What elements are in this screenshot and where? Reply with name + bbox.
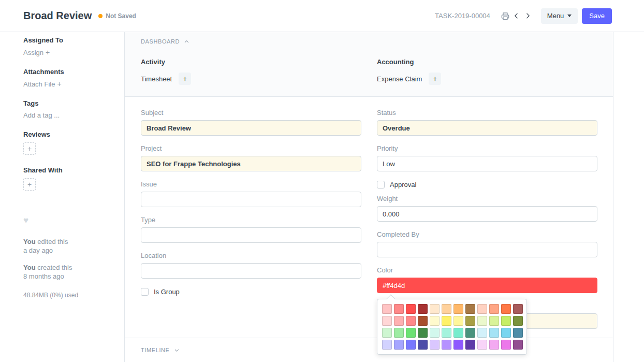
color-swatch[interactable]	[465, 316, 475, 326]
color-swatch[interactable]	[501, 304, 511, 314]
color-swatch[interactable]	[430, 340, 440, 350]
edited-action: edited this	[37, 238, 68, 245]
reviews-heading: Reviews	[23, 131, 115, 138]
color-swatch[interactable]	[465, 304, 475, 314]
color-swatch[interactable]	[394, 328, 404, 338]
color-swatch[interactable]	[489, 304, 499, 314]
document-id: TASK-2019-00004	[435, 12, 490, 20]
color-swatch[interactable]	[501, 316, 511, 326]
color-swatch[interactable]	[489, 340, 499, 350]
add-timesheet-button[interactable]: +	[179, 73, 191, 85]
form-card: DASHBOARD Activity Timesheet + Accou	[125, 32, 613, 362]
type-input[interactable]	[141, 227, 361, 243]
color-swatch[interactable]	[513, 328, 523, 338]
main-area: DASHBOARD Activity Timesheet + Accou	[125, 32, 644, 362]
color-swatch[interactable]	[394, 304, 404, 314]
sidebar: Assigned To Assign+ Attachments Attach F…	[0, 32, 125, 362]
color-swatch[interactable]	[382, 304, 392, 314]
color-swatch[interactable]	[406, 328, 416, 338]
created-action: created this	[37, 264, 72, 271]
color-swatch[interactable]	[430, 316, 440, 326]
attach-file-button[interactable]: Attach File+	[23, 80, 115, 88]
color-swatch[interactable]	[418, 304, 428, 314]
weight-input[interactable]	[377, 206, 597, 222]
color-swatch[interactable]	[382, 340, 392, 350]
caret-down-icon	[567, 15, 572, 17]
color-swatch[interactable]	[430, 304, 440, 314]
color-swatch[interactable]	[394, 340, 404, 350]
color-swatch[interactable]	[465, 340, 475, 350]
color-swatch[interactable]	[406, 340, 416, 350]
location-field: Location	[141, 252, 361, 279]
color-swatch[interactable]	[382, 328, 392, 338]
color-swatch[interactable]	[418, 328, 428, 338]
add-expense-claim-button[interactable]: +	[429, 73, 441, 85]
color-swatch[interactable]	[489, 316, 499, 326]
color-swatch[interactable]	[442, 316, 451, 326]
add-review-button[interactable]: +	[23, 142, 36, 155]
color-swatch[interactable]	[453, 304, 463, 314]
priority-field: Priority	[377, 144, 597, 171]
issue-input[interactable]	[141, 192, 361, 207]
timesheet-link[interactable]: Timesheet	[141, 75, 172, 83]
is-group-checkbox[interactable]	[141, 288, 149, 296]
color-swatch[interactable]	[477, 304, 487, 314]
location-label: Location	[141, 252, 361, 260]
plus-icon: +	[57, 80, 61, 88]
color-swatch[interactable]	[406, 316, 416, 326]
subject-input[interactable]	[141, 120, 361, 136]
color-swatch[interactable]	[442, 304, 451, 314]
color-swatch[interactable]	[418, 316, 428, 326]
color-swatch[interactable]	[453, 328, 463, 338]
next-document-icon[interactable]	[522, 10, 534, 22]
color-swatch[interactable]	[465, 328, 475, 338]
color-swatch[interactable]	[418, 340, 428, 350]
print-icon[interactable]	[500, 10, 511, 22]
add-share-button[interactable]: +	[23, 178, 36, 191]
color-swatch[interactable]	[489, 328, 499, 338]
color-swatch[interactable]	[406, 304, 416, 314]
attachments-heading: Attachments	[23, 68, 115, 76]
approval-checkbox[interactable]	[377, 181, 385, 189]
color-swatch[interactable]	[477, 316, 487, 326]
color-swatch[interactable]	[442, 340, 451, 350]
expense-claim-link[interactable]: Expense Claim	[377, 75, 422, 83]
dashboard-section-toggle[interactable]: DASHBOARD	[141, 38, 597, 45]
color-swatch[interactable]	[513, 316, 523, 326]
color-swatch[interactable]	[394, 316, 404, 326]
color-swatch[interactable]	[382, 316, 392, 326]
plus-icon: +	[183, 75, 187, 83]
color-swatch[interactable]	[501, 340, 511, 350]
color-swatch[interactable]	[477, 340, 487, 350]
color-field: Color	[377, 266, 597, 293]
color-input[interactable]	[377, 278, 597, 293]
chevron-up-icon	[184, 39, 189, 45]
priority-input[interactable]	[377, 156, 597, 171]
color-swatch[interactable]	[477, 328, 487, 338]
color-swatch[interactable]	[442, 328, 451, 338]
is-group-label: Is Group	[154, 288, 180, 296]
color-swatch[interactable]	[430, 328, 440, 338]
status-input[interactable]	[377, 120, 597, 136]
menu-button[interactable]: Menu	[541, 8, 578, 24]
assign-button[interactable]: Assign+	[23, 48, 115, 56]
timeline-section-toggle[interactable]: TIMELINE	[141, 347, 597, 353]
color-swatch[interactable]	[453, 316, 463, 326]
project-input[interactable]	[141, 156, 361, 171]
form-column-right: Status Priority Approval Weight	[377, 109, 597, 338]
issue-field: Issue	[141, 180, 361, 207]
prev-document-icon[interactable]	[511, 10, 522, 22]
add-tag-input[interactable]: Add a tag ...	[23, 111, 115, 119]
location-input[interactable]	[141, 263, 361, 279]
color-swatch[interactable]	[513, 304, 523, 314]
color-swatch[interactable]	[501, 328, 511, 338]
edited-info: You edited this a day ago	[23, 237, 115, 255]
completed-by-input[interactable]	[377, 242, 597, 257]
save-button[interactable]: Save	[582, 8, 612, 24]
task-form-page: Broad Review Not Saved TASK-2019-00004 M…	[0, 0, 644, 362]
heart-icon[interactable]: ♥	[23, 215, 115, 226]
subject-field: Subject	[141, 109, 361, 136]
color-swatch[interactable]	[513, 340, 523, 350]
color-picker-popover	[377, 299, 527, 355]
color-swatch[interactable]	[453, 340, 463, 350]
